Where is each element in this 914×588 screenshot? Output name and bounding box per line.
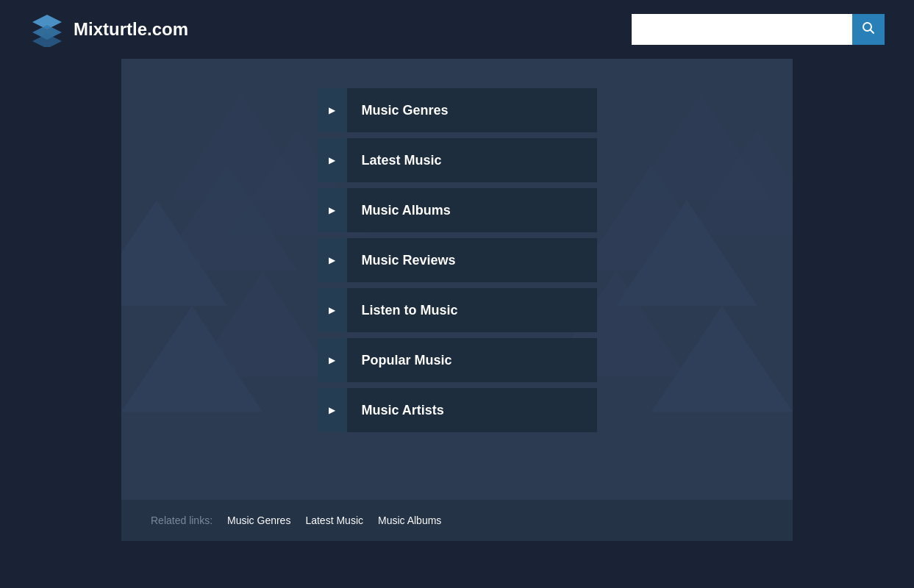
nav-label-music-reviews: Music Reviews: [347, 253, 456, 268]
footer-link-footer-music-genres[interactable]: Music Genres: [227, 514, 290, 526]
nav-arrow-popular-music: ▶: [318, 338, 347, 382]
footer-link-footer-music-albums[interactable]: Music Albums: [378, 514, 441, 526]
nav-item-popular-music[interactable]: ▶Popular Music: [318, 338, 597, 382]
nav-arrow-music-genres: ▶: [318, 88, 347, 132]
nav-label-music-albums: Music Albums: [347, 203, 451, 218]
main-content: ▶Music Genres▶Latest Music▶Music Albums▶…: [121, 59, 793, 500]
nav-item-latest-music[interactable]: ▶Latest Music: [318, 138, 597, 182]
svg-line-4: [871, 29, 874, 33]
related-links-bar: Related links: Music GenresLatest MusicM…: [121, 500, 793, 541]
logo-text: Mixturtle.com: [74, 19, 188, 40]
nav-arrow-music-reviews: ▶: [318, 238, 347, 282]
logo-area: Mixturtle.com: [29, 12, 188, 47]
search-icon: [862, 21, 875, 38]
search-button[interactable]: [852, 14, 885, 45]
svg-marker-2: [32, 34, 62, 47]
nav-item-music-reviews[interactable]: ▶Music Reviews: [318, 238, 597, 282]
nav-item-music-artists[interactable]: ▶Music Artists: [318, 388, 597, 432]
nav-label-listen-to-music: Listen to Music: [347, 303, 458, 318]
nav-item-listen-to-music[interactable]: ▶Listen to Music: [318, 288, 597, 332]
related-label: Related links:: [151, 514, 213, 526]
header: Mixturtle.com: [0, 0, 914, 59]
nav-label-music-artists: Music Artists: [347, 403, 444, 418]
nav-arrow-music-artists: ▶: [318, 388, 347, 432]
nav-arrow-listen-to-music: ▶: [318, 288, 347, 332]
nav-label-popular-music: Popular Music: [347, 353, 452, 368]
bottom-area: [0, 541, 914, 588]
logo-icon: [29, 12, 65, 47]
nav-item-music-genres[interactable]: ▶Music Genres: [318, 88, 597, 132]
footer-link-footer-latest-music[interactable]: Latest Music: [305, 514, 363, 526]
nav-arrow-music-albums: ▶: [318, 188, 347, 232]
nav-list: ▶Music Genres▶Latest Music▶Music Albums▶…: [121, 81, 793, 440]
nav-label-latest-music: Latest Music: [347, 153, 442, 168]
nav-item-music-albums[interactable]: ▶Music Albums: [318, 188, 597, 232]
nav-label-music-genres: Music Genres: [347, 103, 449, 118]
search-input[interactable]: [632, 14, 852, 45]
search-area: [632, 14, 885, 45]
nav-arrow-latest-music: ▶: [318, 138, 347, 182]
